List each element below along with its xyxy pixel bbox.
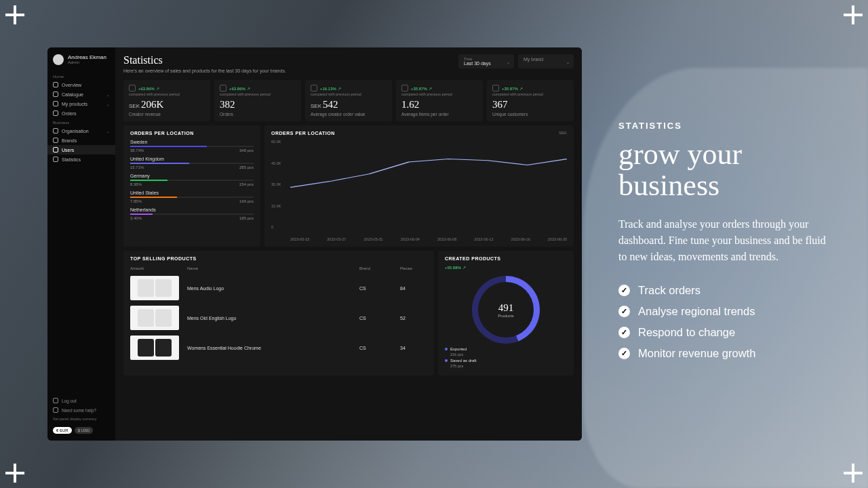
product-artwork <box>130 306 179 330</box>
legend-dot <box>445 359 448 362</box>
chart-unit: SEK <box>559 131 567 135</box>
x-tick: 2023-06-12 <box>474 237 493 241</box>
product-artwork <box>130 336 179 360</box>
user-icon <box>492 85 499 92</box>
kpi-delta: +63.86% ↗ <box>138 86 159 91</box>
y-tick: 30.0K <box>271 182 281 186</box>
location-pct: 3.40% <box>130 216 142 220</box>
location-pct: 8.38% <box>130 182 142 186</box>
card-title: ORDERS PER LOCATION <box>271 131 567 136</box>
location-pcs: 234 pcs <box>239 182 254 186</box>
location-pcs: 199 pcs <box>239 199 254 203</box>
user-name: Andreas Ekman <box>68 55 106 61</box>
kpi-value: 1.62 <box>401 99 477 110</box>
marketing-bullet: ✓Monitor revenue growth <box>618 347 830 360</box>
location-row: Germany8.38%234 pcs <box>130 174 254 186</box>
location-pcs: 285 pcs <box>239 165 254 169</box>
y-tick: 60.0K <box>271 140 281 144</box>
location-pcs: 185 pcs <box>239 216 254 220</box>
plus-icon <box>5 464 24 483</box>
kpi-card: +35.87% ↗compared with previous period1.… <box>396 80 483 121</box>
sidebar-item-my products[interactable]: My products⌄ <box>47 99 115 108</box>
sidebar-item-statistics[interactable]: Statistics <box>47 155 115 164</box>
currency-eur[interactable]: € EUR <box>53 427 72 434</box>
dashboard-window: Andreas Ekman Admin HomeOverviewCatalogu… <box>47 47 582 441</box>
sidebar-item-orders[interactable]: Orders <box>47 108 115 118</box>
sidebar: Andreas Ekman Admin HomeOverviewCatalogu… <box>47 47 115 441</box>
donut-label: Products <box>498 314 514 318</box>
x-tick: 2023-05-23 <box>290 237 309 241</box>
location-name: United Kingdom <box>130 157 254 161</box>
time-selector[interactable]: Time Last 30 days ⌄ <box>458 54 514 68</box>
x-tick: 2023-06-16 <box>511 237 530 241</box>
sidebar-item-brands[interactable]: Brands <box>47 136 115 145</box>
sidebar-item-overview[interactable]: Overview <box>47 80 115 89</box>
marketing-bullet: ✓Respond to change <box>618 326 830 339</box>
chevron-down-icon: ⌄ <box>507 59 510 64</box>
location-pct: 7.85% <box>130 199 142 203</box>
col-pieces: Pieces <box>400 266 427 270</box>
chevron-down-icon: ⌄ <box>566 59 570 64</box>
help-icon <box>53 407 58 413</box>
nav-section-label: Home <box>47 72 115 80</box>
kpi-card: +35.87% ↗compared with previous period36… <box>487 80 574 121</box>
created-products-card: CREATED PRODUCTS +55.88% ↗ 491 Products … <box>438 251 574 375</box>
help-link[interactable]: Need some help? <box>53 405 110 415</box>
product-pieces: 34 <box>400 346 427 350</box>
logout-link[interactable]: Log out <box>53 396 110 405</box>
plus-icon <box>5 5 24 24</box>
orders-chart-card: ORDERS PER LOCATION SEK 60.0K45.0K30.0K1… <box>264 125 574 247</box>
nav-icon <box>53 82 58 87</box>
nav-icon <box>53 101 58 106</box>
product-brand: CS <box>359 346 400 350</box>
table-row[interactable]: Mens Audio LogoCS84 <box>130 273 427 303</box>
sidebar-item-organisation[interactable]: Organisation⌄ <box>47 126 115 136</box>
table-row[interactable]: Womens Essential Hoodie ChromeCS34 <box>130 333 427 363</box>
x-tick: 2023-06-04 <box>401 237 420 241</box>
sidebar-item-label: Brands <box>62 138 77 143</box>
y-tick: 0 <box>271 225 281 229</box>
legend-label: Saved as draft <box>450 359 477 363</box>
nav-icon <box>53 92 58 97</box>
legend-label: Exported <box>450 347 467 351</box>
location-pcs: 348 pcs <box>239 148 254 152</box>
receipt-icon <box>311 85 317 92</box>
plus-icon <box>844 5 863 24</box>
brand-selector[interactable]: My brand ⌄ <box>518 54 574 68</box>
kpi-label: Unique customers <box>492 112 568 117</box>
sidebar-item-label: Catalogue <box>62 92 83 97</box>
card-title: ORDERS PER LOCATION <box>130 131 254 136</box>
x-tick: 2023-06-08 <box>437 237 456 241</box>
check-icon: ✓ <box>618 285 630 296</box>
donut-total: 491 <box>498 302 514 314</box>
product-artwork <box>130 276 179 300</box>
check-icon: ✓ <box>618 327 630 338</box>
sidebar-item-catalogue[interactable]: Catalogue⌄ <box>47 89 115 99</box>
product-pieces: 52 <box>400 316 427 321</box>
nav-icon <box>53 147 58 152</box>
user-block[interactable]: Andreas Ekman Admin <box>47 54 115 72</box>
location-name: Netherlands <box>130 207 254 212</box>
kpi-card: +16.13% ↗compared with previous periodSE… <box>305 80 392 121</box>
nav-icon <box>53 157 58 162</box>
product-name: Womens Essential Hoodie Chrome <box>187 346 359 350</box>
sidebar-item-label: Orders <box>62 111 76 116</box>
kpi-value: 367 <box>492 99 568 110</box>
sidebar-item-users[interactable]: Users <box>47 145 115 155</box>
kpi-delta: +35.87% ↗ <box>411 86 432 91</box>
currency-usd[interactable]: $ USD <box>75 427 94 434</box>
sidebar-item-label: Overview <box>62 83 81 87</box>
top-selling-products-card: TOP SELLING PRODUCTS Artwork Name Brand … <box>123 251 434 375</box>
legend-sub: 275 pcs <box>450 364 567 368</box>
sidebar-item-label: Users <box>62 148 74 152</box>
kpi-label: Creator revenue <box>129 112 205 117</box>
legend-item: Exported <box>445 347 567 351</box>
kpi-compare: compared with previous period <box>492 92 568 96</box>
location-row: United Kingdom15.71%285 pcs <box>130 157 254 169</box>
chevron-down-icon: ⌄ <box>106 92 110 97</box>
nav-icon <box>53 128 58 134</box>
sidebar-item-label: Organisation <box>62 129 89 134</box>
kpi-value: SEK542 <box>311 99 387 110</box>
kpi-value: SEK206K <box>129 99 205 110</box>
table-row[interactable]: Mens Old English LogoCS52 <box>130 303 427 333</box>
